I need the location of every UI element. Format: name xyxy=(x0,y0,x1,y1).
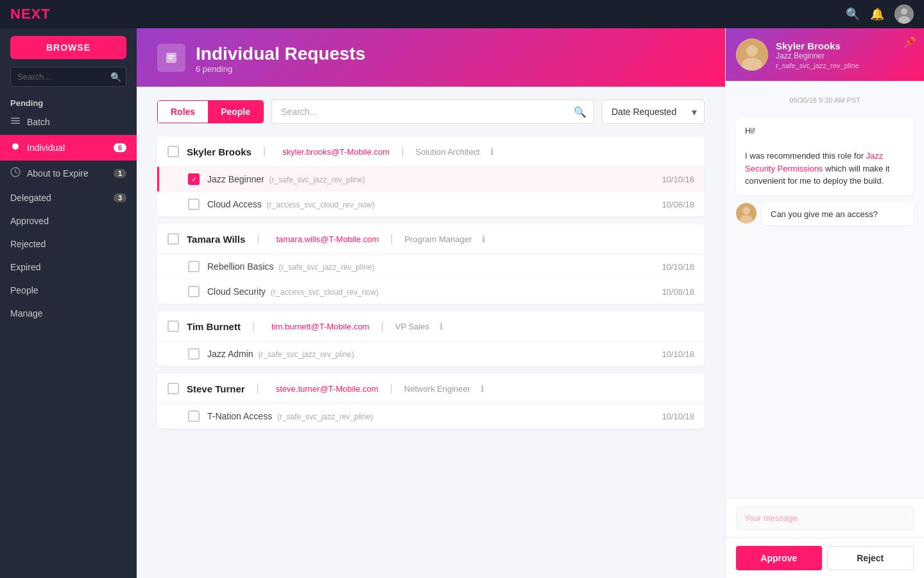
sidebar-item-expired[interactable]: Expired xyxy=(0,256,137,279)
sidebar-item-batch[interactable]: Batch xyxy=(0,109,137,135)
panel-user-code: r_safe_svc_jazz_rev_pline xyxy=(776,62,859,69)
sidebar-item-individual-label: Individual xyxy=(27,143,65,153)
rejected-label: Rejected xyxy=(10,239,46,249)
jazz-beginner-checkbox[interactable]: ✓ xyxy=(188,173,200,185)
date-filter-select[interactable]: Date Requested Name Status xyxy=(602,100,705,124)
page-title: Individual Requests xyxy=(196,44,366,64)
steve-name: Steve Turner xyxy=(187,383,245,394)
chat-area: 09/30/18 9:30 AM PST Hi! I was recommend… xyxy=(726,81,924,498)
content-header: Individual Requests 6 pending xyxy=(137,28,725,87)
cloud-security-checkbox[interactable] xyxy=(188,286,200,297)
svg-point-6 xyxy=(12,143,19,150)
jazz-security-link[interactable]: Jazz Security Permissions xyxy=(745,151,883,173)
sidebar-item-manage[interactable]: Manage xyxy=(0,302,137,325)
tab-roles[interactable]: Roles xyxy=(158,101,208,123)
jazz-admin-name: Jazz Admin (r_safe_svc_jazz_rev_pline) xyxy=(207,349,654,359)
message-input-area xyxy=(726,498,924,538)
skyler-name: Skyler Brooks xyxy=(187,146,252,157)
approve-button[interactable]: Approve xyxy=(736,546,822,570)
request-card-steve: Steve Turner | steve.turner@T-Mobile.com… xyxy=(157,374,705,428)
role-row-cloud-security[interactable]: Cloud Security (r_access_svc_cloud_rev_n… xyxy=(157,279,705,304)
about-to-expire-label: About to Expire xyxy=(27,168,89,179)
tab-people[interactable]: People xyxy=(208,101,263,123)
tamara-info-icon[interactable]: ℹ xyxy=(482,234,485,244)
skyler-role-title: Solution Architect xyxy=(415,147,479,157)
sidebar-item-about-to-expire[interactable]: About to Expire 1 xyxy=(0,161,137,186)
expired-label: Expired xyxy=(10,262,40,272)
panel-actions: Approve Reject xyxy=(726,538,924,578)
search-icon[interactable]: 🔍 xyxy=(846,7,860,21)
sidebar-item-people[interactable]: People xyxy=(0,279,137,302)
request-card-tim: Tim Burnett | tim.burnett@T-Mobile.com |… xyxy=(157,311,705,366)
sidebar-search-icon: 🔍 xyxy=(110,72,121,82)
header-icon xyxy=(157,44,185,72)
role-row-t-nation[interactable]: T-Nation Access (r_safe_svc_jazz_rev_pli… xyxy=(157,404,705,428)
sidebar-item-batch-label: Batch xyxy=(27,117,50,127)
sidebar-item-rejected[interactable]: Rejected xyxy=(0,232,137,256)
search-filter-wrapper: 🔍 xyxy=(271,100,594,124)
date-filter-wrapper: Date Requested Name Status xyxy=(602,100,705,124)
jazz-admin-date: 10/10/18 xyxy=(662,349,694,359)
tamara-role-title: Program Manager xyxy=(404,234,472,244)
rebellion-basics-date: 10/10/18 xyxy=(662,262,694,272)
t-nation-date: 10/10/18 xyxy=(662,412,694,421)
rebellion-basics-name: Rebellion Basics (r_safe_svc_jazz_rev_pl… xyxy=(207,261,654,272)
panel-avatar xyxy=(736,39,768,71)
skyler-info-icon[interactable]: ℹ xyxy=(490,146,493,157)
svg-rect-12 xyxy=(168,58,173,59)
pending-count: 6 pending xyxy=(196,64,366,74)
role-row-jazz-beginner[interactable]: ✓ Jazz Beginner (r_safe_svc_jazz_rev_pli… xyxy=(157,167,705,192)
select-skyler-checkbox[interactable] xyxy=(167,146,179,157)
steve-info-icon[interactable]: ℹ xyxy=(481,383,484,394)
svg-point-1 xyxy=(901,8,907,15)
content-search-input[interactable] xyxy=(271,100,594,124)
role-row-cloud-access[interactable]: Cloud Access (r_access_svc_cloud_rev_now… xyxy=(157,192,705,216)
rebellion-basics-checkbox[interactable] xyxy=(188,261,200,272)
panel-user-name: Skyler Brooks xyxy=(776,40,859,51)
message-input[interactable] xyxy=(736,506,914,530)
notification-icon[interactable]: 🔔 xyxy=(870,7,884,21)
about-to-expire-badge: 1 xyxy=(114,169,126,178)
batch-icon xyxy=(10,116,21,128)
sidebar-item-delegated[interactable]: Delegated 3 xyxy=(0,186,137,209)
main-layout: BROWSE 🔍 Pending Batch Individual 6 xyxy=(0,28,924,578)
tim-info-icon[interactable]: ℹ xyxy=(440,321,443,331)
selected-indicator xyxy=(157,167,159,191)
pin-icon[interactable]: 📌 xyxy=(903,36,916,48)
svg-rect-11 xyxy=(168,55,175,57)
svg-rect-4 xyxy=(11,120,20,121)
tim-role-title: VP Sales xyxy=(395,322,429,331)
sidebar-item-individual[interactable]: Individual 6 xyxy=(0,135,137,161)
user-avatar[interactable] xyxy=(894,4,914,24)
card-header-skyler: Skyler Brooks | skyler.brooks@T-Mobile.c… xyxy=(157,137,705,167)
cloud-access-checkbox[interactable] xyxy=(188,198,200,210)
sidebar-item-approved[interactable]: Approved xyxy=(0,209,137,232)
request-card-tamara: Tamara Wills | tamara.wills@T-Mobile.com… xyxy=(157,224,705,304)
top-nav: NEXT 🔍 🔔 xyxy=(0,0,924,28)
cloud-access-date: 10/08/18 xyxy=(662,200,694,209)
select-steve-checkbox[interactable] xyxy=(167,383,179,394)
select-tim-checkbox[interactable] xyxy=(167,320,179,332)
select-tamara-checkbox[interactable] xyxy=(167,233,179,245)
manage-label: Manage xyxy=(10,308,43,319)
t-nation-name: T-Nation Access (r_safe_svc_jazz_rev_pli… xyxy=(207,411,654,421)
card-header-tim: Tim Burnett | tim.burnett@T-Mobile.com |… xyxy=(157,311,705,342)
skyler-email[interactable]: skyler.brooks@T-Mobile.com xyxy=(282,147,389,157)
content-area: Individual Requests 6 pending Roles Peop… xyxy=(137,28,725,578)
browse-button[interactable]: BROWSE xyxy=(10,36,126,59)
t-nation-checkbox[interactable] xyxy=(188,410,200,422)
role-row-jazz-admin[interactable]: Jazz Admin (r_safe_svc_jazz_rev_pline) 1… xyxy=(157,342,705,366)
svg-line-9 xyxy=(15,172,17,173)
tamara-name: Tamara Wills xyxy=(187,234,245,245)
content-body: Roles People 🔍 Date Requested Name Statu… xyxy=(137,87,725,578)
reject-button[interactable]: Reject xyxy=(827,546,914,570)
right-panel: Skyler Brooks Jazz Beginner r_safe_svc_j… xyxy=(725,28,924,578)
tim-email[interactable]: tim.burnett@T-Mobile.com xyxy=(271,322,370,331)
tamara-email[interactable]: tamara.wills@T-Mobile.com xyxy=(276,234,379,244)
jazz-admin-checkbox[interactable] xyxy=(188,348,200,360)
panel-user-info: Skyler Brooks Jazz Beginner r_safe_svc_j… xyxy=(776,40,859,69)
chat-timestamp: 09/30/18 9:30 AM PST xyxy=(736,96,914,104)
sidebar-search-input[interactable] xyxy=(10,67,126,87)
role-row-rebellion-basics[interactable]: Rebellion Basics (r_safe_svc_jazz_rev_pl… xyxy=(157,254,705,279)
steve-email[interactable]: steve.turner@T-Mobile.com xyxy=(276,384,379,394)
